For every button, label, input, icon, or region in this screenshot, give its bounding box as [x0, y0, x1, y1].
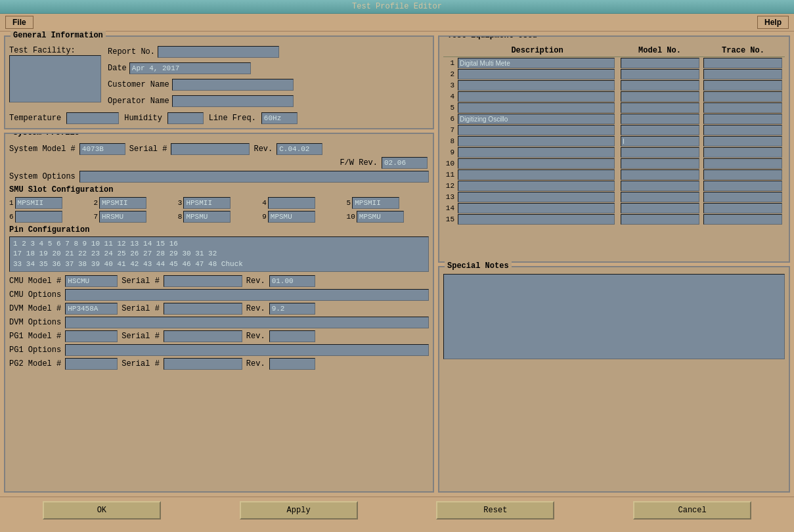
- col-trace-header: Trace No.: [701, 45, 785, 56]
- te-desc-7[interactable]: [458, 125, 615, 135]
- dvm-serial-label: Serial #: [121, 304, 160, 313]
- smu-7-input[interactable]: [99, 211, 146, 223]
- smu-6-input[interactable]: [15, 211, 62, 223]
- fw-rev-label: F/W Rev.: [340, 158, 378, 167]
- pg1-model-input[interactable]: [65, 330, 118, 342]
- te-desc-15[interactable]: [458, 214, 615, 225]
- te-trace-11[interactable]: [703, 169, 782, 180]
- te-trace-8[interactable]: [703, 136, 782, 146]
- te-desc-12[interactable]: [458, 181, 615, 191]
- te-trace-7[interactable]: [703, 125, 782, 135]
- table-row: 15: [443, 214, 785, 225]
- te-model-14[interactable]: [621, 203, 699, 213]
- pg1-model-label: PG1 Model #: [9, 332, 61, 341]
- te-trace-12[interactable]: [703, 181, 782, 191]
- te-model-2[interactable]: [621, 69, 699, 79]
- te-desc-11[interactable]: [458, 169, 615, 180]
- te-model-15[interactable]: [621, 214, 699, 225]
- te-desc-10[interactable]: [458, 158, 615, 169]
- te-trace-13[interactable]: [703, 192, 782, 202]
- customer-name-input[interactable]: [172, 79, 294, 91]
- te-model-8[interactable]: [621, 136, 699, 146]
- te-trace-10[interactable]: [703, 158, 782, 169]
- te-trace-9[interactable]: [703, 147, 782, 158]
- te-desc-5[interactable]: [458, 102, 615, 113]
- te-trace-3[interactable]: [703, 80, 782, 91]
- te-trace-4[interactable]: [703, 91, 782, 102]
- cmu-rev-input[interactable]: [269, 275, 315, 287]
- te-model-7[interactable]: [621, 125, 699, 135]
- humidity-input[interactable]: [167, 112, 204, 124]
- smu-8-input[interactable]: [183, 211, 231, 223]
- system-serial-input[interactable]: [171, 143, 250, 155]
- smu-1-input[interactable]: [15, 197, 62, 209]
- dvm-rev-input[interactable]: [269, 303, 315, 315]
- te-trace-14[interactable]: [703, 203, 782, 213]
- date-input[interactable]: [129, 62, 251, 74]
- pin-line3: 33 34 35 36 37 38 39 40 41 42 43 44 45 4…: [13, 259, 425, 269]
- reset-button[interactable]: Reset: [436, 501, 554, 520]
- special-notes-input[interactable]: [443, 274, 785, 359]
- smu-4-input[interactable]: [268, 197, 315, 209]
- te-trace-2[interactable]: [703, 69, 782, 79]
- system-rev-input[interactable]: [276, 143, 322, 155]
- pg1-rev-input[interactable]: [269, 330, 315, 342]
- smu-10-input[interactable]: [357, 211, 404, 223]
- te-model-9[interactable]: [621, 147, 699, 158]
- dvm-model-input[interactable]: [65, 303, 118, 315]
- smu-5-input[interactable]: [352, 197, 399, 209]
- cmu-model-input[interactable]: [65, 275, 118, 287]
- te-desc-8[interactable]: [458, 136, 615, 146]
- te-trace-1[interactable]: [703, 58, 782, 68]
- smu-2-input[interactable]: [99, 197, 146, 209]
- dvm-serial-input[interactable]: [164, 303, 242, 315]
- help-menu[interactable]: Help: [757, 16, 789, 29]
- te-model-4[interactable]: [621, 91, 699, 102]
- dvm-options-label: DVM Options: [9, 318, 61, 327]
- report-no-input[interactable]: [158, 46, 279, 58]
- smu-9-input[interactable]: [268, 211, 315, 223]
- te-trace-15[interactable]: [703, 214, 782, 225]
- pg2-serial-input[interactable]: [164, 358, 242, 370]
- te-trace-6[interactable]: [703, 114, 782, 124]
- apply-button[interactable]: Apply: [240, 501, 358, 520]
- te-desc-13[interactable]: [458, 192, 615, 202]
- cmu-serial-input[interactable]: [164, 275, 242, 287]
- dvm-options-input[interactable]: [65, 317, 429, 328]
- te-model-13[interactable]: [621, 192, 699, 202]
- line-freq-input[interactable]: [261, 112, 298, 124]
- te-desc-1[interactable]: [458, 58, 615, 68]
- te-desc-14[interactable]: [458, 203, 615, 213]
- special-notes-section: Special Notes: [438, 266, 790, 493]
- temperature-input[interactable]: [66, 112, 119, 124]
- system-model-input[interactable]: [79, 143, 125, 155]
- te-model-10[interactable]: [621, 158, 699, 169]
- pg1-options-label: PG1 Options: [9, 345, 61, 355]
- te-desc-6[interactable]: [458, 114, 615, 124]
- system-options-input[interactable]: [79, 171, 429, 183]
- pg2-model-input[interactable]: [65, 358, 118, 370]
- te-desc-9[interactable]: [458, 147, 615, 158]
- te-model-3[interactable]: [621, 80, 699, 91]
- te-model-6[interactable]: [621, 114, 699, 124]
- operator-name-input[interactable]: [172, 95, 294, 107]
- te-model-11[interactable]: [621, 169, 699, 180]
- te-model-1[interactable]: [621, 58, 699, 68]
- te-desc-2[interactable]: [458, 69, 615, 79]
- te-desc-3[interactable]: [458, 80, 615, 91]
- fw-rev-input[interactable]: [382, 157, 428, 169]
- smu-3-input[interactable]: [183, 197, 231, 209]
- table-row: 8: [443, 136, 785, 146]
- te-model-5[interactable]: [621, 102, 699, 113]
- pg1-options-input[interactable]: [65, 344, 429, 356]
- te-desc-4[interactable]: [458, 91, 615, 102]
- te-model-12[interactable]: [621, 181, 699, 191]
- test-facility-input[interactable]: [9, 55, 101, 102]
- pg1-serial-input[interactable]: [164, 330, 242, 342]
- ok-button[interactable]: OK: [43, 501, 161, 520]
- cmu-options-input[interactable]: [65, 289, 429, 301]
- file-menu[interactable]: File: [5, 16, 33, 29]
- pg2-rev-input[interactable]: [269, 358, 315, 370]
- te-trace-5[interactable]: [703, 102, 782, 113]
- cancel-button[interactable]: Cancel: [633, 501, 751, 520]
